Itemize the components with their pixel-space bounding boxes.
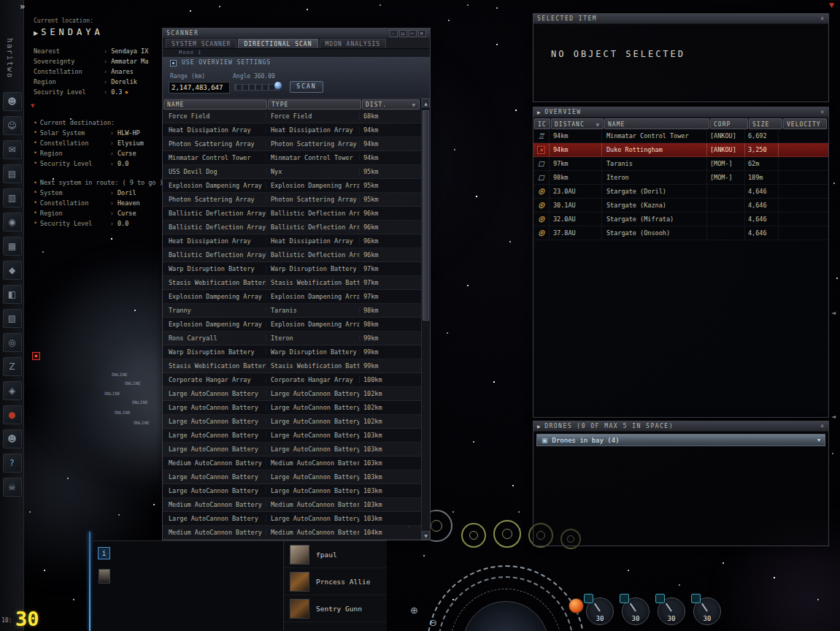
panel-scroll-arrow-icon[interactable]: ▼ bbox=[829, 1, 834, 9]
mini-portrait-icon[interactable] bbox=[99, 569, 110, 584]
mail-icon[interactable]: ✉ bbox=[3, 140, 22, 159]
scan-result-row[interactable]: Ballistic Deflection Array Ballistic Def… bbox=[163, 248, 421, 262]
help-icon[interactable]: ? bbox=[3, 454, 22, 473]
scan-result-row[interactable]: Large AutoCannon Battery Large AutoCanno… bbox=[163, 512, 421, 526]
scan-result-row[interactable]: Medium AutoCannon Battery Medium AutoCan… bbox=[163, 498, 421, 512]
overview-row[interactable]: 37.8AU Stargate (Onsooh) 4,646 bbox=[533, 226, 828, 240]
pilot-row[interactable]: Prncess Allie bbox=[284, 568, 387, 595]
clone-icon[interactable]: ☺ bbox=[3, 116, 22, 135]
expand-icon[interactable] bbox=[537, 424, 542, 429]
column-name[interactable]: NAME bbox=[604, 118, 709, 129]
scan-result-row[interactable]: Rons Carryall Iteron 99km bbox=[163, 332, 421, 345]
people-icon[interactable]: ☻ bbox=[3, 429, 22, 448]
scan-result-row[interactable]: Corporate Hangar Array Corporate Hangar … bbox=[163, 373, 421, 387]
overview-row[interactable]: 23.0AU Stargate (Doril) 4,646 bbox=[533, 185, 828, 199]
column-dist[interactable]: DIST. bbox=[362, 99, 420, 110]
scan-result-row[interactable]: Medium AutoCannon Battery Medium AutoCan… bbox=[163, 526, 421, 540]
scanner-tab[interactable]: SYSTEM SCANNER bbox=[166, 39, 236, 48]
scan-result-row[interactable]: Ballistic Deflection Array Ballistic Def… bbox=[163, 221, 421, 234]
notepad-icon[interactable]: ▤ bbox=[3, 164, 22, 183]
pilot-row[interactable]: fpaul bbox=[284, 541, 387, 568]
column-corp[interactable]: CORP bbox=[710, 118, 748, 129]
scan-result-row[interactable]: Warp Disruption Battery Warp Disruption … bbox=[163, 262, 421, 276]
local-icon[interactable]: ☠ bbox=[3, 478, 22, 497]
overview-row[interactable]: 94km Duke Rottingham [ANKOU] 3,250 bbox=[533, 143, 828, 157]
scan-result-row[interactable]: Large AutoCannon Battery Large AutoCanno… bbox=[163, 415, 421, 429]
corp-icon[interactable]: ◈ bbox=[3, 381, 22, 400]
pilot-portrait[interactable] bbox=[290, 572, 309, 592]
collapse-icon[interactable] bbox=[818, 110, 825, 115]
scanner-tab[interactable]: MOON ANALYSIS bbox=[320, 39, 387, 48]
angle-slider-knob[interactable] bbox=[274, 81, 282, 90]
scan-button[interactable]: SCAN bbox=[290, 81, 323, 93]
scan-result-row[interactable]: USS Devil Dog Nyx 95km bbox=[163, 165, 421, 179]
selected-item-titlebar[interactable]: SELECTED ITEM bbox=[533, 14, 828, 24]
scan-result-row[interactable]: Large AutoCannon Battery Large AutoCanno… bbox=[163, 387, 421, 401]
weapon-module-button[interactable]: 30 bbox=[693, 595, 722, 627]
overview-row[interactable]: 94km Minmatar Control Tower [ANKOU] 6,69… bbox=[533, 129, 828, 143]
column-velocity[interactable]: VELOCITY bbox=[783, 118, 827, 129]
moon-label[interactable]: Moon 1 bbox=[163, 49, 430, 57]
scan-result-row[interactable]: Photon Scattering Array Photon Scatterin… bbox=[163, 137, 421, 151]
close-icon[interactable] bbox=[418, 30, 426, 37]
compress-icon[interactable] bbox=[399, 30, 407, 37]
scan-result-row[interactable]: Force Field Force Field 68km bbox=[163, 110, 421, 123]
overview-row[interactable]: 97km Taranis [MOM-] 62m bbox=[533, 157, 828, 171]
market-icon[interactable]: ▥ bbox=[3, 188, 22, 207]
scanner-tab[interactable]: DIRECTIONAL SCAN bbox=[238, 39, 317, 48]
column-icon[interactable]: IC bbox=[534, 118, 550, 129]
edge-arrow-icon[interactable]: ◄ bbox=[831, 413, 836, 420]
pilot-portrait[interactable] bbox=[290, 545, 309, 565]
items-icon[interactable]: ▦ bbox=[3, 237, 22, 256]
scrollbar[interactable]: ▲ ▼ bbox=[421, 99, 430, 540]
scan-result-row[interactable]: Medium AutoCannon Battery Medium AutoCan… bbox=[163, 456, 421, 470]
pilot-portrait[interactable] bbox=[290, 599, 309, 619]
scan-result-row[interactable]: Large AutoCannon Battery Large AutoCanno… bbox=[163, 484, 421, 498]
angle-slider-track[interactable] bbox=[234, 84, 280, 91]
zoom-out-icon[interactable]: ⊖ bbox=[429, 617, 437, 628]
collapse-icon[interactable] bbox=[818, 16, 825, 21]
minimize-icon[interactable] bbox=[409, 30, 417, 37]
scan-result-row[interactable]: Large AutoCannon Battery Large AutoCanno… bbox=[163, 470, 421, 484]
character-icon[interactable]: ☻ bbox=[3, 92, 22, 111]
column-size[interactable]: SIZE bbox=[749, 118, 782, 129]
edge-arrow-icon[interactable]: ◄ bbox=[831, 310, 836, 316]
overview-titlebar[interactable]: OVERVIEW bbox=[533, 107, 828, 118]
scan-result-row[interactable]: Warp Disruption Battery Warp Disruption … bbox=[163, 345, 421, 359]
scan-result-row[interactable]: Minmatar Control Tower Minmatar Control … bbox=[163, 151, 421, 165]
agent-icon[interactable]: Z bbox=[3, 357, 22, 376]
scan-result-row[interactable]: Explosion Dampening Array Explosion Damp… bbox=[163, 318, 421, 332]
scan-result-row[interactable]: Explosion Dampening Array Explosion Damp… bbox=[163, 290, 421, 304]
overview-row[interactable]: 30.1AU Stargate (Kazna) 4,646 bbox=[533, 199, 828, 213]
scan-result-row[interactable]: Large AutoCannon Battery Large AutoCanno… bbox=[163, 401, 421, 415]
alert-icon[interactable] bbox=[569, 598, 584, 613]
use-overview-checkbox[interactable] bbox=[170, 60, 177, 66]
range-input[interactable] bbox=[169, 82, 230, 93]
collapse-icon[interactable] bbox=[818, 424, 825, 429]
ships-icon[interactable]: ◆ bbox=[3, 261, 22, 280]
drones-titlebar[interactable]: DRONES (0 OF MAX 5 IN SPACE) bbox=[533, 421, 828, 432]
fitting-icon[interactable]: ◉ bbox=[3, 213, 22, 232]
weapon-module-button[interactable]: 30 bbox=[657, 595, 686, 627]
scrollbar-thumb[interactable] bbox=[423, 110, 429, 321]
scroll-down-icon[interactable]: ▼ bbox=[422, 531, 430, 540]
pin-icon[interactable] bbox=[390, 30, 398, 37]
column-name[interactable]: NAME bbox=[163, 99, 267, 110]
scan-result-row[interactable]: Ballistic Deflection Array Ballistic Def… bbox=[163, 207, 421, 221]
column-distance[interactable]: DISTANC bbox=[551, 118, 604, 129]
scan-result-row[interactable]: Photon Scattering Array Photon Scatterin… bbox=[163, 193, 421, 207]
journal-icon[interactable]: ▧ bbox=[3, 309, 22, 328]
scan-result-row[interactable]: Stasis Webification Battery Stasis Webif… bbox=[163, 359, 421, 373]
target-ring-icon[interactable] bbox=[461, 523, 486, 548]
overview-row[interactable]: 98km Iteron [MOM-] 189m bbox=[533, 171, 828, 185]
zoom-in-icon[interactable]: ⊕ bbox=[410, 605, 418, 616]
info-window-icon[interactable]: i bbox=[98, 547, 110, 559]
hostile-bracket-icon[interactable] bbox=[32, 352, 40, 360]
scan-result-row[interactable]: Heat Dissipation Array Heat Dissipation … bbox=[163, 234, 421, 248]
scanner-titlebar[interactable]: SCANNER bbox=[163, 28, 430, 39]
wallet-icon[interactable]: ◧ bbox=[3, 285, 22, 304]
column-type[interactable]: TYPE bbox=[268, 99, 361, 110]
scan-result-row[interactable]: Large AutoCannon Battery Large AutoCanno… bbox=[163, 429, 421, 443]
dropdown-arrow-icon[interactable] bbox=[817, 437, 820, 443]
weapon-module-button[interactable]: 30 bbox=[621, 595, 650, 627]
